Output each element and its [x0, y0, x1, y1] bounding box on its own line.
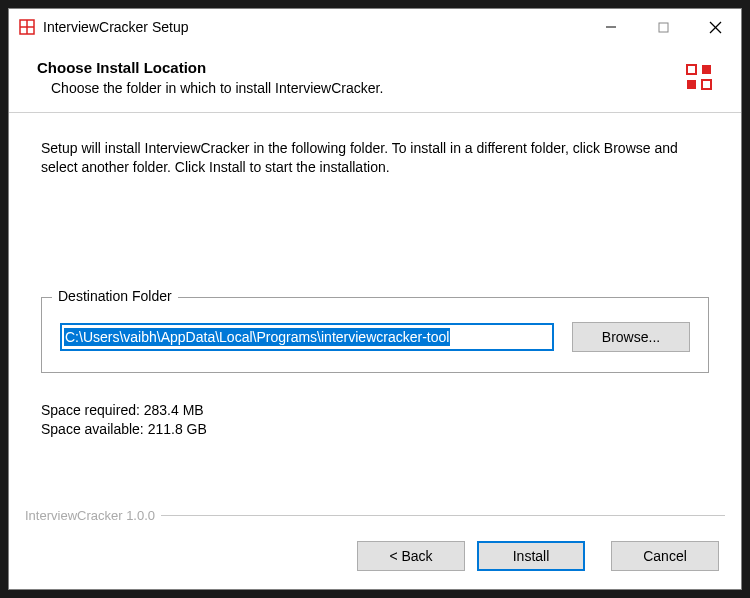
app-icon [19, 19, 35, 35]
minimize-button[interactable] [585, 9, 637, 45]
destination-path-selection: C:\Users\vaibh\AppData\Local\Programs\in… [64, 328, 450, 346]
titlebar-left: InterviewCracker Setup [19, 19, 189, 35]
destination-row: C:\Users\vaibh\AppData\Local\Programs\in… [60, 322, 690, 352]
window-controls [585, 9, 741, 45]
installer-window: InterviewCracker Setup Choose Install Lo… [8, 8, 742, 590]
browse-button[interactable]: Browse... [572, 322, 690, 352]
intro-text: Setup will install InterviewCracker in t… [41, 139, 709, 177]
back-button[interactable]: < Back [357, 541, 465, 571]
header-title: Choose Install Location [37, 59, 713, 76]
destination-folder-legend: Destination Folder [52, 288, 178, 304]
body-section: Setup will install InterviewCracker in t… [9, 113, 741, 508]
svg-rect-7 [687, 65, 696, 74]
space-available: Space available: 211.8 GB [41, 420, 709, 440]
footer-line [161, 515, 725, 516]
header-section: Choose Install Location Choose the folde… [9, 45, 741, 113]
destination-folder-group: Destination Folder C:\Users\vaibh\AppDat… [41, 297, 709, 373]
space-info: Space required: 283.4 MB Space available… [41, 401, 709, 440]
header-subtitle: Choose the folder in which to install In… [37, 80, 713, 96]
footer-brand-label: InterviewCracker 1.0.0 [25, 508, 161, 523]
titlebar: InterviewCracker Setup [9, 9, 741, 45]
window-title: InterviewCracker Setup [43, 19, 189, 35]
svg-rect-9 [687, 80, 696, 89]
maximize-button[interactable] [637, 9, 689, 45]
destination-path-input[interactable]: C:\Users\vaibh\AppData\Local\Programs\in… [60, 323, 554, 351]
footer-divider: InterviewCracker 1.0.0 [9, 508, 741, 523]
install-button[interactable]: Install [477, 541, 585, 571]
cancel-button[interactable]: Cancel [611, 541, 719, 571]
svg-rect-4 [659, 23, 668, 32]
installer-logo-icon [685, 63, 713, 91]
footer-buttons: < Back Install Cancel [9, 523, 741, 589]
svg-rect-8 [702, 65, 711, 74]
space-required: Space required: 283.4 MB [41, 401, 709, 421]
close-button[interactable] [689, 9, 741, 45]
svg-rect-10 [702, 80, 711, 89]
